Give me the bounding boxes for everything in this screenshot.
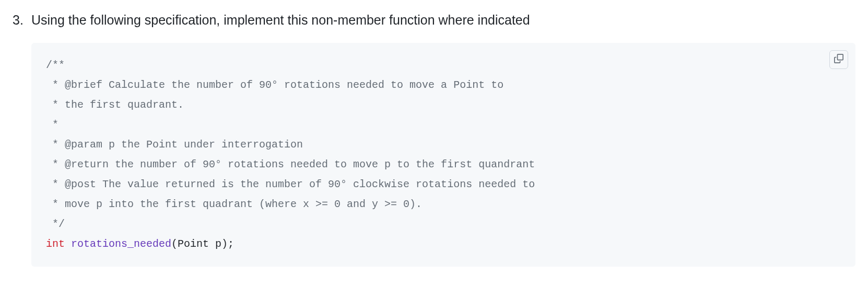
code-function-name: rotations_needed — [71, 238, 171, 250]
code-comment-line: * @return the number of 90° rotations ne… — [46, 158, 535, 170]
copy-button[interactable] — [829, 50, 848, 69]
code-comment-line: /** — [46, 59, 65, 71]
code-comment-line: */ — [46, 218, 65, 230]
code-block: /** * @brief Calculate the number of 90°… — [31, 43, 855, 267]
code-text: (Point p); — [171, 238, 234, 250]
code-comment-line: * @param p the Point under interrogation — [46, 139, 303, 151]
code-comment-line: * move p into the first quadrant (where … — [46, 198, 422, 210]
question-content: Using the following specification, imple… — [31, 10, 855, 267]
code-text — [65, 238, 71, 250]
code-comment-line: * @post The value returned is the number… — [46, 178, 535, 190]
question-number: 3. — [13, 10, 27, 30]
code-comment-line: * @brief Calculate the number of 90° rot… — [46, 79, 503, 91]
question-text: Using the following specification, imple… — [31, 10, 855, 30]
code-pre: /** * @brief Calculate the number of 90°… — [46, 55, 841, 254]
question-container: 3. Using the following specification, im… — [13, 10, 855, 267]
code-comment-line: * — [46, 119, 58, 131]
code-keyword: int — [46, 238, 65, 250]
copy-icon — [834, 54, 843, 65]
code-comment-line: * the first quadrant. — [46, 99, 184, 111]
